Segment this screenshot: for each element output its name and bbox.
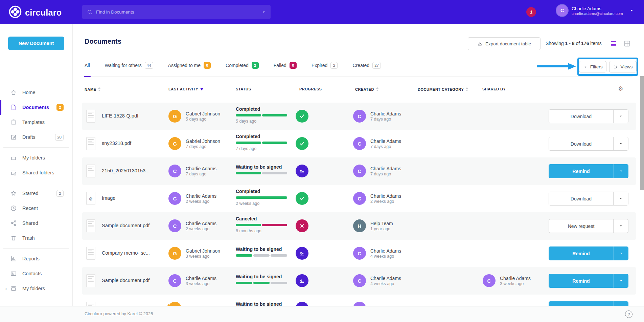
search-scope-caret-icon[interactable] xyxy=(262,10,266,14)
list-view-icon[interactable] xyxy=(610,40,617,47)
sidebar-item-home[interactable]: Home xyxy=(0,85,72,100)
person-text: Charlie Adams7 days ago xyxy=(370,166,401,176)
chevron-right-icon[interactable]: › xyxy=(5,286,9,291)
sidebar-item-documents[interactable]: Documents2 xyxy=(0,100,72,115)
person-name: Charlie Adams xyxy=(370,248,401,254)
download-button[interactable]: Download xyxy=(549,192,628,206)
views-button[interactable]: Views xyxy=(609,61,637,72)
action-button-label[interactable]: Remind xyxy=(549,301,614,306)
sidebar-item-trash[interactable]: Trash xyxy=(0,231,72,245)
filters-button[interactable]: Filters xyxy=(579,61,607,72)
column-header-created[interactable]: CREATED xyxy=(355,87,379,91)
table-row[interactable]: Company memo- sc...GGabriel Johnson3 wee… xyxy=(82,240,636,267)
table-row[interactable]: sny23218.pdfGGabriel Johnson7 days agoCo… xyxy=(82,130,636,157)
action-button-label[interactable]: Download xyxy=(549,192,613,205)
person-time: 2 weeks ago xyxy=(186,199,216,204)
table-row[interactable]: Sample document.pdfCCharlie Adams3 weeks… xyxy=(82,267,636,295)
remind-button[interactable]: Remind xyxy=(549,246,628,260)
sidebar-item-recent[interactable]: Recent xyxy=(0,201,72,216)
document-name[interactable]: Image xyxy=(102,195,115,201)
sidebar-item-drafts[interactable]: Drafts20 xyxy=(0,130,72,145)
tab-failed[interactable]: Failed0 xyxy=(274,54,297,77)
person-time: 4 weeks ago xyxy=(370,281,401,286)
status-cell: Waiting to be signed xyxy=(236,246,290,257)
sidebar-item-my-folders[interactable]: ›My folders xyxy=(0,281,72,296)
table-row[interactable]: GGabriel JohnsonWaiting to be signedCCha… xyxy=(82,295,636,306)
action-dropdown-caret[interactable] xyxy=(613,219,628,233)
filter-icon xyxy=(583,64,588,69)
remind-button[interactable]: Remind xyxy=(549,164,628,178)
notification-badge[interactable]: 1 xyxy=(526,7,536,17)
table-row[interactable]: LIFE-1528-Q.pdfGGabriel Johnson5 days ag… xyxy=(82,103,636,130)
table-row[interactable]: ☺ImageCCharlie Adams2 weeks agoCompleted… xyxy=(82,185,636,212)
action-button-label[interactable]: Remind xyxy=(549,274,614,288)
folder-icon xyxy=(10,154,17,161)
document-name[interactable]: Sample document.pdf xyxy=(102,278,150,283)
document-name[interactable]: sny23218.pdf xyxy=(102,141,131,146)
download-button[interactable]: Download xyxy=(549,137,628,151)
top-bar: circularo 1 C Charlie Adams charlie.adam… xyxy=(0,0,644,24)
status-cell: Completed5 days ago xyxy=(236,106,290,124)
action-button-label[interactable]: Download xyxy=(549,137,613,150)
action-button-label[interactable]: New request xyxy=(549,219,613,233)
vertical-scrollbar-thumb[interactable] xyxy=(640,76,644,190)
home-icon xyxy=(10,89,17,96)
avatar: G xyxy=(168,110,181,123)
circularo-logo[interactable]: circularo xyxy=(9,5,62,20)
document-name[interactable]: Company memo- sc... xyxy=(102,250,150,256)
search-icon xyxy=(87,9,93,15)
action-dropdown-caret[interactable] xyxy=(613,192,628,205)
new-document-button[interactable]: New Document xyxy=(8,37,64,50)
search-input[interactable] xyxy=(96,9,262,15)
sidebar-item-my-folders[interactable]: My folders xyxy=(0,150,72,165)
remind-button[interactable]: Remind xyxy=(549,274,628,288)
remind-button[interactable]: Remind xyxy=(549,301,628,306)
tab-assigned-to-me[interactable]: Assigned to me0 xyxy=(168,54,211,77)
share-icon xyxy=(10,220,17,227)
table-row[interactable]: 2150_20250130153...CCharlie Adams7 days … xyxy=(82,157,636,185)
download-button[interactable]: Download xyxy=(549,109,628,123)
sidebar-item-shared-folders[interactable]: Shared folders xyxy=(0,165,72,180)
column-header-name[interactable]: NAME xyxy=(85,87,101,91)
grid-view-icon[interactable] xyxy=(623,40,631,47)
table-row[interactable]: Sample document.pdfCCharlie Adams2 weeks… xyxy=(82,212,636,240)
table-settings-gear-icon[interactable]: ⚙ xyxy=(618,85,625,92)
sidebar-item-reports[interactable]: Reports xyxy=(0,251,72,266)
column-header-last-activity[interactable]: LAST ACTIVITY xyxy=(168,87,204,91)
sidebar-item-starred[interactable]: Starred2 xyxy=(0,186,72,201)
document-thumbnail: ☺ xyxy=(86,192,95,205)
action-dropdown-caret[interactable] xyxy=(614,164,628,178)
action-dropdown-caret[interactable] xyxy=(614,301,628,306)
progress-segment xyxy=(236,254,252,257)
tab-completed[interactable]: Completed2 xyxy=(226,54,259,77)
tab-all[interactable]: All xyxy=(85,54,90,77)
action-button-label[interactable]: Remind xyxy=(549,164,614,178)
sidebar-item-contacts[interactable]: Contacts xyxy=(0,266,72,281)
tab-count-badge: 0 xyxy=(204,62,211,69)
person-name: Charlie Adams xyxy=(186,275,216,281)
help-icon[interactable]: ? xyxy=(625,310,632,318)
action-dropdown-caret[interactable] xyxy=(613,110,628,123)
action-button-label[interactable]: Download xyxy=(549,110,613,123)
action-button-label[interactable]: Remind xyxy=(549,246,614,260)
action-dropdown-caret[interactable] xyxy=(613,137,628,150)
sidebar-item-templates[interactable]: Templates xyxy=(0,115,72,130)
export-document-table-button[interactable]: Export document table xyxy=(468,37,540,50)
sidebar-item-shared[interactable]: Shared xyxy=(0,216,72,231)
person-time: 7 days ago xyxy=(186,144,220,149)
action-dropdown-caret[interactable] xyxy=(614,274,628,288)
user-menu[interactable]: C Charlie Adams charlie.adams@circularo.… xyxy=(556,5,634,16)
column-header-document-category[interactable]: DOCUMENT CATEGORY xyxy=(418,87,468,91)
tab-expired[interactable]: Expired2 xyxy=(312,54,338,77)
search-bar[interactable] xyxy=(82,5,271,19)
document-name[interactable]: LIFE-1528-Q.pdf xyxy=(102,113,138,119)
sidebar-item-label: Reports xyxy=(22,256,40,261)
tab-created[interactable]: Created27 xyxy=(352,54,381,77)
document-name[interactable]: Sample document.pdf xyxy=(102,223,150,228)
status-label: Completed xyxy=(236,134,290,139)
avatar: H xyxy=(353,219,366,232)
tab-waiting-for-others[interactable]: Waiting for others44 xyxy=(105,54,153,77)
document-name[interactable]: 2150_20250130153... xyxy=(102,168,150,173)
action-dropdown-caret[interactable] xyxy=(614,246,628,260)
new-request-button[interactable]: New request xyxy=(549,219,628,233)
